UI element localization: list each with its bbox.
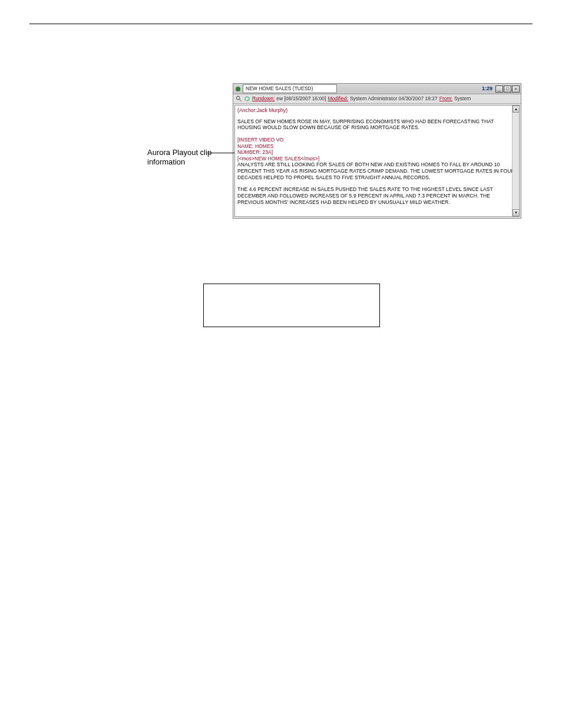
story-title-field[interactable]: NEW HOME SALES (TUESD)	[243, 84, 337, 93]
mos-object-tag: [<mos>NEW HOME SALES</mos>]	[237, 156, 517, 162]
script-paragraph: THE 4.6 PERCENT INCREASE IN SALES PUSHED…	[237, 186, 517, 205]
window-titlebar[interactable]: NEW HOME SALES (TUESD) 1:29 _ □ ×	[233, 84, 521, 94]
meta-from-key[interactable]: From:	[439, 95, 452, 102]
empty-note-box	[203, 284, 380, 327]
script-paragraph: SALES OF NEW HOMES ROSE IN MAY, SURPRISI…	[237, 118, 517, 131]
svg-point-0	[236, 96, 240, 100]
callout-label: Aurora Playout clip information	[147, 148, 233, 167]
maximize-button[interactable]: □	[504, 85, 511, 93]
refresh-icon[interactable]	[244, 95, 250, 102]
anchor-tag: (Anchor:Jack Murphy)	[237, 107, 517, 114]
scroll-up-button[interactable]: ▴	[513, 106, 520, 113]
meta-modified-val: System Administrator 04/30/2007 18:27	[350, 95, 438, 102]
script-paragraph: ANALYSTS ARE STILL LOOKING FOR SALES OF …	[237, 162, 517, 180]
meta-rundown-val: ew [08/15/2007 16:00]	[276, 95, 326, 102]
production-cue: NUMBER: 23A]	[237, 149, 517, 156]
production-cue: [INSERT VIDEO VO	[237, 137, 517, 143]
scroll-down-button[interactable]: ▾	[513, 209, 520, 216]
production-cue: NAME: HOMES	[237, 143, 517, 150]
vertical-scrollbar[interactable]: ▴ ▾	[512, 106, 519, 216]
meta-rundown-key[interactable]: Rundown:	[252, 95, 275, 102]
svg-line-1	[239, 99, 241, 101]
script-editor-window: NEW HOME SALES (TUESD) 1:29 _ □ × Rundow…	[233, 83, 521, 219]
story-metadata-bar: Rundown: ew [08/15/2007 16:00] Modified:…	[233, 94, 521, 104]
search-icon[interactable]	[236, 95, 242, 102]
meta-modified-key[interactable]: Modified:	[328, 95, 348, 102]
page-rule	[29, 24, 533, 24]
meta-from-val: System	[454, 95, 471, 102]
minimize-button[interactable]: _	[495, 85, 503, 93]
script-text-area[interactable]: (Anchor:Jack Murphy) SALES OF NEW HOMES …	[234, 105, 520, 217]
svg-marker-2	[244, 99, 246, 101]
figure-callout: Aurora Playout clip information	[147, 83, 233, 167]
story-duration: 1:29	[482, 85, 492, 92]
status-dot-icon	[236, 87, 240, 91]
close-button[interactable]: ×	[512, 85, 520, 93]
